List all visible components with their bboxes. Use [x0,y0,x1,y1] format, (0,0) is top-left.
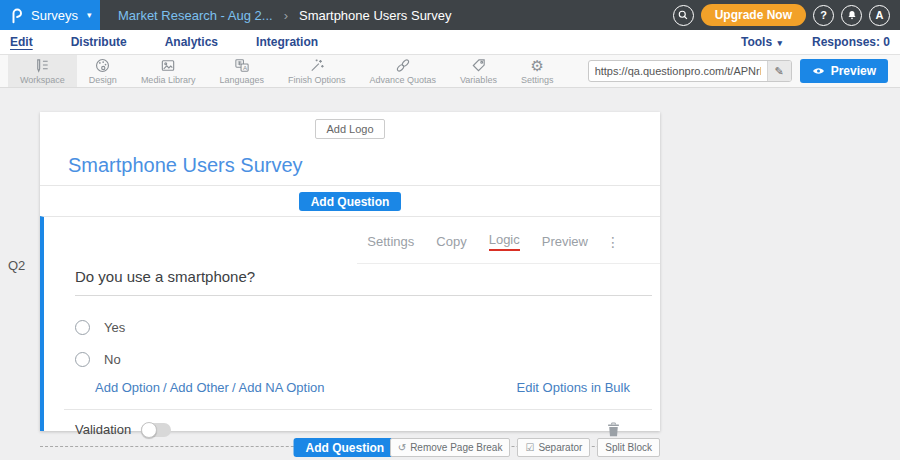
add-question-button-bottom[interactable]: Add Question [294,438,397,457]
link-separator: / [163,380,167,395]
survey-card: Add Logo Smartphone Users Survey Add Que… [40,112,660,431]
option-links-row: Add Option/Add Other/Add NA Option Edit … [95,380,630,395]
toolbar-item-label: Variables [460,75,497,85]
toolbar-item-languages[interactable]: A Languages [207,55,276,87]
add-na-option-link[interactable]: Add NA Option [239,380,325,395]
question-action-tabs: Settings Copy Logic Preview ⋮ [357,217,660,264]
remove-page-break-icon: ↺ [398,442,406,453]
eye-icon [812,66,825,76]
delete-question-button[interactable] [607,422,620,437]
question-card: Settings Copy Logic Preview ⋮ Do you use… [40,216,660,431]
question-number-label: Q2 [8,258,25,273]
option-label-yes[interactable]: Yes [104,320,125,335]
split-block-label: Split Block [605,442,652,453]
nav-tab-edit[interactable]: Edit [10,35,33,49]
tools-label: Tools [741,35,772,49]
top-header: Surveys ▾ Market Research - Aug 2... › S… [0,0,900,30]
avatar[interactable]: A [869,5,890,26]
remove-page-break-button[interactable]: ↺ Remove Page Break [390,438,511,457]
tools-menu[interactable]: Tools ▾ [741,35,782,49]
breadcrumb-folder[interactable]: Market Research - Aug 2... [118,8,273,23]
languages-icon: A [233,57,251,74]
question-tab-logic[interactable]: Logic [489,232,520,251]
surveys-menu-label: Surveys [31,8,78,23]
logo-row: Add Logo [40,112,660,139]
add-logo-button[interactable]: Add Logo [315,119,384,139]
nav-tab-integration[interactable]: Integration [256,35,318,49]
question-tab-settings[interactable]: Settings [367,234,414,249]
edit-options-in-bulk-link[interactable]: Edit Options in Bulk [517,380,630,395]
trash-icon [607,422,620,437]
search-icon [677,9,689,21]
chevron-down-icon: ▾ [777,38,782,48]
add-other-link[interactable]: Add Other [170,380,229,395]
survey-url-box: ✎ [588,60,792,82]
add-question-row-top: Add Question [40,186,660,216]
separator-button[interactable]: ☑ Separator [517,438,590,457]
option-label-no[interactable]: No [104,352,121,367]
nav-tab-distribute[interactable]: Distribute [71,35,127,49]
add-option-link[interactable]: Add Option [95,380,160,395]
header-actions: Upgrade Now ? A [673,4,900,26]
edit-toolbar: Workspace Design Media Library A Languag… [0,55,900,88]
checkbox-checked-icon: ☑ [525,442,534,453]
page-break-row: Add Question ↺ Remove Page Break ☑ Separ… [40,437,660,457]
help-button[interactable]: ? [813,5,834,26]
toolbar-item-label: Media Library [141,75,196,85]
toolbar-right: ✎ Preview [588,55,900,87]
toolbar-item-label: Settings [521,75,554,85]
question-tab-copy[interactable]: Copy [436,234,466,249]
toolbar-item-variables[interactable]: Variables [448,55,509,87]
toolbar-item-workspace[interactable]: Workspace [8,55,77,87]
toolbar-item-label: Advance Quotas [369,75,436,85]
upgrade-now-button[interactable]: Upgrade Now [701,4,806,26]
option-row-no: No [75,346,660,372]
option-links: Add Option/Add Other/Add NA Option [95,380,325,395]
preview-button[interactable]: Preview [800,59,888,83]
responses-count[interactable]: Responses: 0 [812,35,890,49]
add-question-button-top[interactable]: Add Question [299,192,402,211]
pencil-icon: ✎ [775,65,784,78]
breadcrumb-separator-icon: › [284,8,288,23]
survey-url-input[interactable] [589,65,767,77]
split-block-button[interactable]: Split Block [597,438,660,457]
media-library-icon [159,57,177,74]
remove-page-break-label: Remove Page Break [410,442,502,453]
gear-icon: ⚙ [530,57,543,74]
toolbar-item-media-library[interactable]: Media Library [129,55,208,87]
toolbar-item-settings[interactable]: ⚙ Settings [509,55,566,87]
question-tab-preview[interactable]: Preview [542,234,588,249]
chain-link-icon [394,57,412,74]
survey-title[interactable]: Smartphone Users Survey [68,154,660,176]
breadcrumb-current-survey: Smartphone Users Survey [299,8,451,23]
toggle-knob [141,422,157,438]
notifications-button[interactable] [841,5,862,26]
nav-tab-analytics[interactable]: Analytics [165,35,218,49]
option-row-yes: Yes [75,314,660,340]
more-options-icon[interactable]: ⋮ [606,234,620,250]
toolbar-item-design[interactable]: Design [77,55,129,87]
validation-row: Validation [64,409,652,437]
magic-wand-icon [308,57,326,74]
search-button[interactable] [673,5,694,26]
toolbar-item-label: Languages [219,75,264,85]
toolbar-item-advance-quotas[interactable]: Advance Quotas [357,55,448,87]
design-palette-icon [94,57,111,74]
validation-toggle[interactable] [141,423,171,437]
toolbar-item-finish-options[interactable]: Finish Options [276,55,358,87]
validation-label: Validation [75,422,131,437]
chevron-down-icon: ▾ [87,10,92,20]
main-nav: Edit Distribute Analytics Integration To… [0,30,900,55]
question-text-field[interactable]: Do you use a smartphone? [75,268,652,296]
surveys-menu[interactable]: Surveys ▾ [0,0,100,30]
radio-button-no[interactable] [75,352,90,367]
nav-right: Tools ▾ Responses: 0 [741,35,890,49]
radio-button-yes[interactable] [75,320,90,335]
toolbar-item-label: Design [89,75,117,85]
workspace-icon [33,57,51,74]
link-separator: / [232,380,236,395]
preview-button-label: Preview [831,64,876,78]
toolbar-item-label: Finish Options [288,75,346,85]
answer-options: Yes No [75,314,660,372]
edit-url-button[interactable]: ✎ [767,61,791,81]
